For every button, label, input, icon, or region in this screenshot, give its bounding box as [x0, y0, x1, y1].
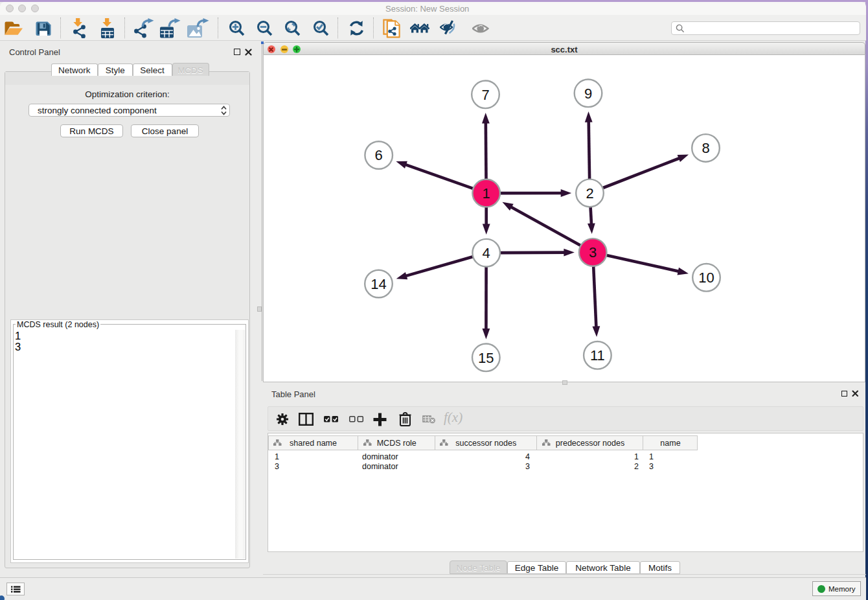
svg-text:3: 3: [589, 244, 597, 260]
svg-text:4: 4: [483, 245, 490, 261]
svg-text:8: 8: [702, 140, 709, 156]
svg-text:2: 2: [586, 185, 593, 202]
svg-text:10: 10: [698, 270, 714, 286]
svg-text:15: 15: [478, 350, 494, 366]
svg-text:9: 9: [584, 86, 592, 102]
svg-text:11: 11: [590, 347, 605, 363]
svg-text:6: 6: [375, 147, 383, 163]
svg-text:14: 14: [371, 276, 386, 292]
svg-text:1: 1: [483, 185, 490, 202]
svg-text:7: 7: [481, 87, 489, 103]
